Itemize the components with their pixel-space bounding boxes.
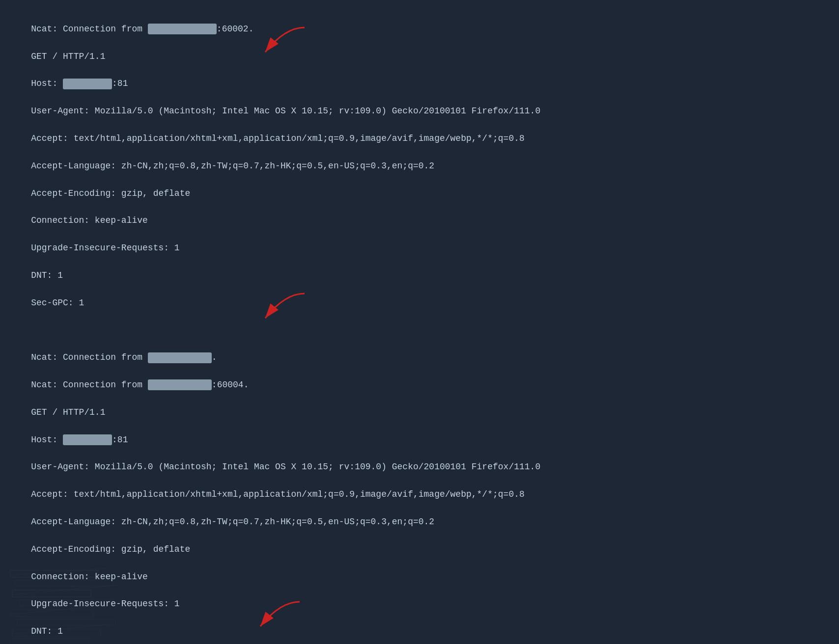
arrow-icon-1 — [255, 23, 314, 62]
ip-blurred-2 — [148, 379, 212, 390]
accept-line-1: Accept: text/html,application/xhtml+xml,… — [31, 134, 525, 143]
dnt-1: DNT: 1 — [31, 270, 63, 280]
ncat-line-1: Ncat: Connection from :60002. — [31, 24, 253, 34]
host-prefix-2: Host: — [31, 435, 63, 445]
connection-1: Connection: keep-alive — [31, 215, 148, 225]
ncat-line-2: Ncat: Connection from :60004. — [31, 380, 249, 390]
terminal-window: Ncat: Connection from :60002. GET / HTTP… — [10, 9, 829, 644]
host-line-2: Host: :81 — [31, 435, 128, 445]
dnt-2: DNT: 1 — [31, 626, 63, 636]
accept-lang-1: Accept-Language: zh-CN,zh;q=0.8,zh-TW;q=… — [31, 161, 434, 171]
accept-enc-1: Accept-Encoding: gzip, deflate — [31, 188, 190, 198]
host-blurred-1 — [63, 79, 112, 89]
arrow-icon-2 — [255, 289, 314, 328]
ncat-prefix-2: Ncat: Connection from — [31, 380, 148, 390]
ncat-suffix-2: :60004. — [212, 380, 249, 390]
accept-enc-2: Accept-Encoding: gzip, deflate — [31, 544, 190, 554]
accept-lang-2: Accept-Language: zh-CN,zh;q=0.8,zh-TW;q=… — [31, 517, 434, 527]
arrow-icon-3 — [251, 597, 309, 636]
host-suffix-1: :81 — [112, 79, 128, 88]
host-blurred-2 — [63, 434, 112, 445]
host-suffix-2: :81 — [112, 435, 128, 445]
upgrade-insecure-1: Upgrade-Insecure-Requests: 1 — [31, 243, 179, 253]
ncat-partial-2: Ncat: Connection from . — [31, 352, 217, 362]
connection-2: Connection: keep-alive — [31, 572, 148, 582]
get-line-2: GET / HTTP/1.1 — [31, 407, 105, 417]
host-line-1: Host: :81 — [31, 79, 128, 88]
ip-blurred-partial-2 — [148, 352, 212, 363]
sec-gpc-1: Sec-GPC: 1 — [31, 298, 84, 308]
ncat-prefix-1: Ncat: Connection from — [31, 24, 148, 34]
useragent-line-2: User-Agent: Mozilla/5.0 (Macintosh; Inte… — [31, 462, 540, 472]
host-prefix-1: Host: — [31, 79, 63, 88]
terminal-section-1: Ncat: Connection from :60002. GET / HTTP… — [10, 9, 829, 323]
ip-blurred-1 — [148, 24, 217, 34]
upgrade-insecure-2: Upgrade-Insecure-Requests: 1 — [31, 599, 179, 609]
ncat-suffix-1: :60002. — [217, 24, 254, 34]
accept-line-2: Accept: text/html,application/xhtml+xml,… — [31, 489, 525, 499]
ncat-suffix-partial-2: . — [212, 352, 217, 362]
get-line-1: GET / HTTP/1.1 — [31, 52, 105, 61]
useragent-line-1: User-Agent: Mozilla/5.0 (Macintosh; Inte… — [31, 106, 540, 116]
terminal-section-2: Ncat: Connection from . Ncat: Connection… — [10, 337, 829, 644]
ncat-prefix-partial-2: Ncat: Connection from — [31, 352, 148, 362]
